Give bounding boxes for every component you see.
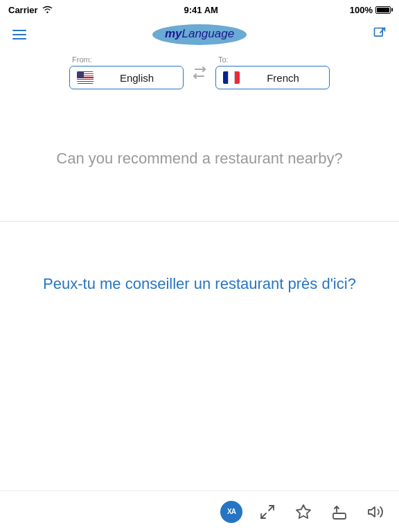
svg-marker-3 <box>369 507 375 517</box>
logo-my: my <box>165 27 182 41</box>
status-bar: Carrier 9:41 AM 100% <box>0 0 399 19</box>
us-flag-icon <box>77 71 94 84</box>
from-language-selector[interactable]: English <box>69 66 184 89</box>
language-selector-row: From: English To: French <box>0 50 399 96</box>
edit-button[interactable] <box>370 24 389 46</box>
battery-icon <box>375 6 391 14</box>
status-time: 9:41 AM <box>184 5 218 15</box>
hamburger-menu-button[interactable] <box>10 27 29 42</box>
from-label: From: <box>72 55 92 64</box>
to-label: To: <box>218 55 229 64</box>
svg-rect-2 <box>333 513 346 519</box>
wifi-icon <box>42 5 53 15</box>
speaker-button[interactable] <box>364 501 387 523</box>
fr-flag-icon <box>223 71 240 84</box>
status-right: 100% <box>350 5 391 15</box>
from-language-group: From: English <box>69 55 184 89</box>
status-left: Carrier <box>8 5 53 15</box>
nav-bar: my Language <box>0 19 399 50</box>
translate-icon-label: XA <box>227 508 236 515</box>
svg-marker-1 <box>296 505 310 518</box>
translate-button[interactable]: XA <box>220 501 242 523</box>
app-logo: my Language <box>152 24 247 45</box>
translated-text[interactable]: Peux-tu me conseiller un restaurant près… <box>43 274 356 295</box>
to-language-name: French <box>244 72 322 84</box>
from-language-name: English <box>98 72 176 84</box>
carrier-text: Carrier <box>8 5 38 15</box>
battery-percent: 100% <box>350 5 373 15</box>
expand-button[interactable] <box>256 501 278 523</box>
logo-language: Language <box>181 27 234 41</box>
source-text: Can you recommend a restaurant nearby? <box>56 148 342 170</box>
source-text-area[interactable]: Can you recommend a restaurant nearby? <box>0 96 399 221</box>
share-button[interactable] <box>328 501 351 523</box>
to-language-selector[interactable]: French <box>215 66 330 89</box>
to-language-group: To: French <box>215 55 330 89</box>
swap-languages-button[interactable] <box>189 62 210 83</box>
bottom-toolbar: XA <box>0 490 399 532</box>
translated-text-area[interactable]: Peux-tu me conseiller un restaurant près… <box>0 222 399 346</box>
star-button[interactable] <box>292 501 314 523</box>
